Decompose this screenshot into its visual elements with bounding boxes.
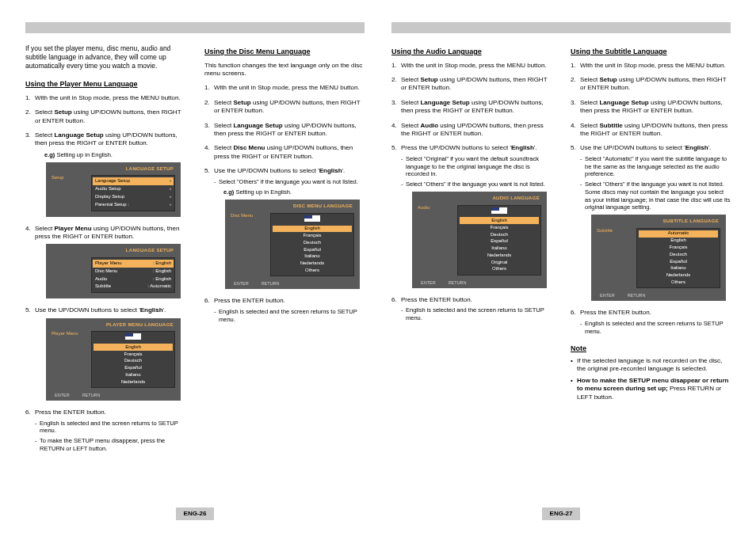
osd-disc-menu-lang: DISC MENU LANGUAGE Disc Menu English Fra…	[225, 200, 360, 289]
note-heading: Note	[571, 344, 731, 354]
page-right: Using the Audio Language With the unit i…	[391, 22, 731, 520]
step: Press the ENTER button. English is selec…	[391, 296, 552, 322]
step: Select Disc Menu using UP/DOWN buttons, …	[204, 144, 365, 161]
osd-subtitle-lang: SUBTITLE LANGUAGE Subtitle Automatic Eng…	[591, 215, 726, 301]
step: Use the UP/DOWN buttons to select 'Engli…	[204, 167, 365, 289]
intro-text: If you set the player menu, disc menu, a…	[25, 44, 185, 70]
disc-menu-intro: This function changes the text language …	[204, 62, 365, 78]
step: Select Setup using UP/DOWN buttons, then…	[571, 76, 731, 93]
heading-audio: Using the Audio Language	[391, 48, 552, 57]
step: Select Setup using UP/DOWN buttons, then…	[391, 76, 552, 93]
step: Select Player Menu using UP/DOWN buttons…	[25, 225, 185, 299]
col-audio: Using the Audio Language With the unit i…	[391, 44, 552, 507]
step: Select Subtitle using UP/DOWN buttons, t…	[571, 122, 731, 139]
step: Select Language Setup using UP/DOWN butt…	[391, 99, 552, 116]
note-item: If the selected language is not recorded…	[571, 357, 731, 374]
step: Use the UP/DOWN buttons to select 'Engli…	[571, 144, 731, 301]
page-number-right: ENG-27	[542, 507, 581, 520]
page-number-left: ENG-26	[176, 507, 215, 520]
header-bar-right	[391, 22, 731, 33]
step: Press the ENTER button. English is selec…	[571, 309, 731, 335]
step: Press the ENTER button. English is selec…	[204, 297, 365, 323]
steps-player-menu: With the unit in Stop mode, press the ME…	[25, 94, 185, 453]
col-disc-menu: Using the Disc Menu Language This functi…	[204, 44, 365, 507]
step: Use the UP/DOWN buttons to select 'Engli…	[25, 306, 185, 401]
col-player-menu: If you set the player menu, disc menu, a…	[25, 44, 185, 507]
step: Press the ENTER button. English is selec…	[25, 409, 185, 452]
steps-subtitle: With the unit in Stop mode, press the ME…	[571, 62, 731, 336]
step: Select Setup using UP/DOWN buttons, then…	[204, 99, 365, 116]
steps-audio: With the unit in Stop mode, press the ME…	[391, 62, 552, 322]
step: Select Language Setup using UP/DOWN butt…	[571, 99, 731, 116]
note-item: How to make the SETUP menu disappear or …	[571, 377, 731, 401]
step: Select Setup using UP/DOWN buttons, then…	[25, 108, 185, 125]
step: With the unit in Stop mode, press the ME…	[204, 84, 365, 92]
steps-disc-menu: With the unit in Stop mode, press the ME…	[204, 84, 365, 323]
step: Select Language Setup using UP/DOWN butt…	[25, 131, 185, 217]
osd-player-menu-lang: PLAYER MENU LANGUAGE Player Menu English…	[46, 318, 181, 401]
osd-audio-lang: AUDIO LANGUAGE Audio English Français De…	[412, 192, 547, 288]
step: With the unit in Stop mode, press the ME…	[571, 62, 731, 70]
step: With the unit in Stop mode, press the ME…	[391, 62, 552, 70]
heading-subtitle: Using the Subtitle Language	[571, 48, 731, 57]
page-left: If you set the player menu, disc menu, a…	[25, 22, 365, 520]
heading-disc-menu: Using the Disc Menu Language	[204, 48, 365, 57]
step: Select Language Setup using UP/DOWN butt…	[204, 122, 365, 139]
step: Select Audio using UP/DOWN buttons, then…	[391, 122, 552, 139]
step: With the unit in Stop mode, press the ME…	[25, 94, 185, 102]
step: Press the UP/DOWN buttons to select 'Eng…	[391, 144, 552, 288]
osd-language-setup: LANGUAGE SETUP Setup Language Setup Audi…	[46, 162, 181, 217]
header-bar-left	[25, 22, 365, 33]
col-subtitle: Using the Subtitle Language With the uni…	[571, 44, 731, 507]
osd-player-menu-rows: LANGUAGE SETUP Player Menu: English Disc…	[46, 244, 181, 298]
heading-player-menu: Using the Player Menu Language	[25, 80, 185, 89]
